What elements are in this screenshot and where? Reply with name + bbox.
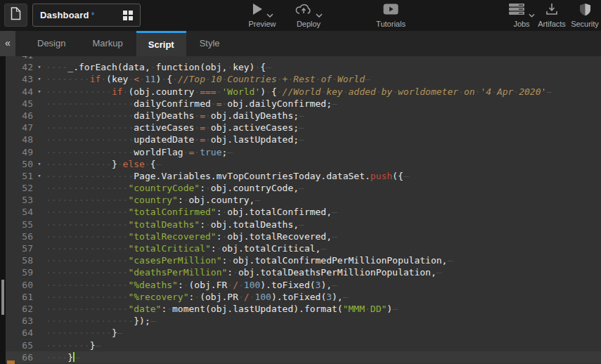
fold-gutter: [33, 134, 46, 145]
fold-gutter: [33, 303, 46, 315]
fold-gutter: [33, 230, 46, 242]
security-button[interactable]: Security: [569, 3, 600, 28]
deploy-button[interactable]: Deploy: [287, 3, 330, 28]
code-lines: 41–42▾····_.forEach(data,·function(obj,·…: [6, 56, 601, 363]
line-number: 56: [6, 230, 33, 242]
code-line[interactable]: 61···············"%recovery":·(obj.PR·/·…: [6, 291, 601, 303]
fold-toggle-icon[interactable]: ▾: [33, 86, 46, 98]
code-line[interactable]: 43▾········if·(key·<·11)·{·//Top·10·Coun…: [6, 73, 601, 85]
code-text: ···············"totalCritical":·obj.tota…: [46, 242, 601, 254]
fold-toggle-icon[interactable]: ▾: [33, 170, 46, 182]
shield-icon: [579, 3, 591, 19]
fold-gutter: [33, 315, 46, 327]
page-button[interactable]: [4, 4, 27, 27]
tab-style[interactable]: Style: [186, 31, 233, 56]
fold-gutter: [33, 194, 46, 206]
code-text: ············}–: [46, 327, 601, 339]
left-scrollbar-thumb[interactable]: [1, 280, 4, 315]
code-line[interactable]: 60···············"%deaths":·(obj.FR·/·10…: [6, 279, 601, 291]
line-number: 48: [6, 134, 33, 145]
code-line[interactable]: 54···············"totalConfirmed":·obj.t…: [6, 206, 601, 218]
code-text: ················activeCases·=·obj.active…: [46, 122, 601, 134]
code-line[interactable]: 53···············"country":·obj.country,…: [6, 194, 601, 206]
video-icon: [383, 4, 399, 18]
line-number: 50: [6, 158, 33, 170]
fold-gutter: [33, 146, 46, 158]
code-line[interactable]: 45················dailyConfirmed·=·obj.d…: [6, 98, 601, 110]
chevron-down-icon[interactable]: [266, 8, 273, 20]
document-icon: [11, 7, 21, 23]
code-text: ···············"%recovery":·(obj.PR·/·10…: [46, 291, 601, 303]
jobs-button[interactable]: Jobs: [506, 3, 537, 28]
code-text: ···············"deathsPerMillion":·obj.t…: [46, 266, 601, 278]
code-line[interactable]: 59···············"deathsPerMillion":·obj…: [6, 266, 601, 278]
editor-tabbar: « Design Markup Script Style: [0, 31, 601, 56]
code-line[interactable]: 58···············"casesPerMillion":·obj.…: [6, 254, 601, 266]
line-number: 59: [6, 266, 33, 278]
top-toolbar: Dashboard * Preview Deploy: [0, 0, 601, 31]
code-text: –: [46, 56, 601, 61]
code-text: ················updatedDate·=·obj.lastUp…: [46, 134, 601, 145]
collapse-panel-button[interactable]: «: [0, 31, 15, 56]
fold-gutter: [33, 110, 46, 122]
mode-tabs: Design Markup Script Style: [24, 31, 233, 56]
code-line[interactable]: 64············}–: [6, 327, 601, 339]
code-text: ····_.forEach(data,·function(obj,·key)·{…: [46, 61, 601, 73]
code-line[interactable]: 44▾············if·(obj.country·===·'Worl…: [6, 86, 601, 98]
code-line[interactable]: 47················activeCases·=·obj.acti…: [6, 122, 601, 134]
code-line[interactable]: 41–: [6, 56, 601, 61]
download-tray-icon: [545, 3, 558, 18]
fold-gutter: [33, 98, 46, 110]
fold-toggle-icon[interactable]: ▾: [33, 73, 46, 85]
code-line[interactable]: 52···············"countryCode":·obj.coun…: [6, 182, 601, 194]
code-line[interactable]: 46················dailyDeaths·=·obj.dail…: [6, 110, 601, 122]
line-number: 65: [6, 339, 33, 351]
code-line[interactable]: 55···············"totalDeaths":·obj.tota…: [6, 219, 601, 230]
code-text: ···············"country":·obj.country,–: [46, 194, 601, 206]
line-number: 53: [6, 194, 33, 206]
tutorials-button[interactable]: Tutorials: [371, 3, 411, 28]
code-text: ···············"totalDeaths":·obj.totalD…: [46, 219, 601, 230]
code-line[interactable]: 62···············"date":·moment(obj.last…: [6, 303, 601, 315]
grid-icon[interactable]: [123, 11, 133, 20]
fold-gutter: [33, 219, 46, 230]
fold-toggle-icon[interactable]: ▾: [33, 158, 46, 170]
line-number: 49: [6, 146, 33, 158]
preview-button[interactable]: Preview: [240, 3, 284, 28]
tab-script[interactable]: Script: [136, 31, 186, 56]
code-line[interactable]: 42▾····_.forEach(data,·function(obj,·key…: [6, 61, 601, 73]
code-line[interactable]: 56···············"totalRecovered":·obj.t…: [6, 230, 601, 242]
code-line[interactable]: 57···············"totalCritical":·obj.to…: [6, 242, 601, 254]
tab-design[interactable]: Design: [24, 31, 79, 56]
fold-gutter: [33, 206, 46, 218]
code-text: ················});–: [46, 315, 601, 327]
fold-toggle-icon[interactable]: ▾: [33, 61, 46, 73]
code-line[interactable]: 48················updatedDate·=·obj.last…: [6, 134, 601, 145]
cloud-upload-icon: [295, 3, 312, 18]
code-line[interactable]: 51▾················Page.Variables.mvTopC…: [6, 170, 601, 182]
code-text: ····}–: [46, 351, 601, 363]
code-line[interactable]: 65········}–: [6, 339, 601, 351]
tab-markup[interactable]: Markup: [79, 31, 136, 56]
page-selector[interactable]: Dashboard *: [32, 4, 141, 27]
left-panel-strip: [0, 56, 6, 364]
line-number: 41: [6, 56, 33, 61]
artifacts-button[interactable]: Artifacts: [534, 3, 569, 28]
code-text: ············if·(obj.country·===·'World')…: [46, 86, 601, 98]
code-line[interactable]: 49················worldFlag·=·true;–: [6, 146, 601, 158]
code-text: ············}·else·{–: [46, 158, 601, 170]
code-text: ················Page.Variables.mvTopCoun…: [46, 170, 601, 182]
line-number: 64: [6, 327, 33, 339]
line-number: 43: [6, 73, 33, 85]
line-number: 60: [6, 279, 33, 291]
code-text: ················dailyDeaths·=·obj.dailyD…: [46, 110, 601, 122]
code-line[interactable]: 50▾············}·else·{–: [6, 158, 601, 170]
chevron-down-icon[interactable]: [316, 8, 323, 20]
code-text: ···············"date":·moment(obj.lastUp…: [46, 303, 601, 315]
fold-gutter: [33, 291, 46, 303]
line-number: 61: [6, 291, 33, 303]
code-line[interactable]: 63················});–: [6, 315, 601, 327]
script-code-editor[interactable]: 41–42▾····_.forEach(data,·function(obj,·…: [0, 56, 601, 364]
code-line[interactable]: 66····}–: [6, 351, 601, 363]
fold-annotation-marker: [7, 360, 15, 364]
